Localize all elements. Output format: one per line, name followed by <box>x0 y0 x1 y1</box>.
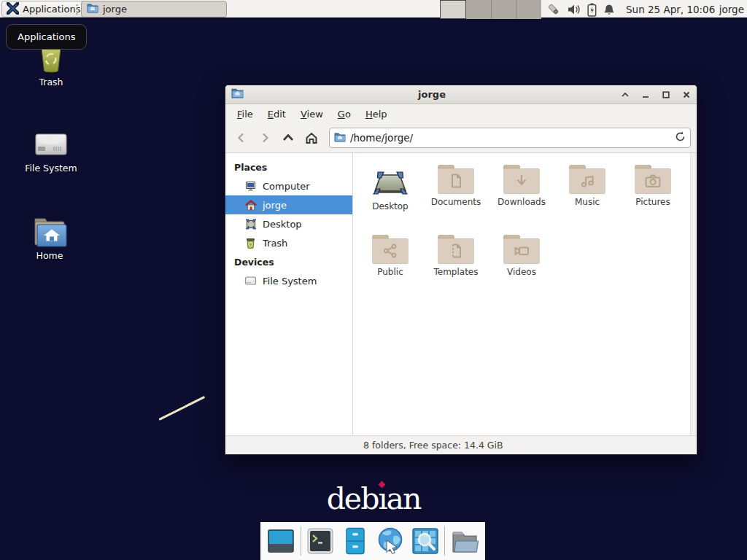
folder-label: Downloads <box>489 197 554 207</box>
taskbar-button-label: jorge <box>103 4 127 15</box>
sidebar-item-trash[interactable]: Trash <box>225 233 352 252</box>
window-icon <box>231 88 244 101</box>
menu-edit[interactable]: Edit <box>260 106 293 122</box>
dock-separator <box>444 526 445 556</box>
system-tray <box>546 0 615 19</box>
window-controls <box>620 90 691 99</box>
forward-button[interactable] <box>255 128 275 148</box>
debian-logo-text: an <box>387 481 421 516</box>
debian-logo: debıan <box>314 481 433 516</box>
hard-drive-icon <box>13 122 89 160</box>
trash-icon <box>244 237 257 249</box>
drive-icon <box>244 275 257 287</box>
folder-item-templates[interactable]: Templates <box>423 230 489 300</box>
desktop-icon-label: File System <box>13 163 89 174</box>
wallpaper-scratch-line <box>158 396 205 421</box>
show-desktop-icon <box>266 526 295 556</box>
folder-item-music[interactable]: Music <box>554 160 620 230</box>
vertical-scrollbar[interactable] <box>690 153 697 435</box>
folder-item-public[interactable]: Public <box>357 230 423 300</box>
home-folder-icon <box>12 210 88 248</box>
desktop: Applications jorge <box>0 0 747 560</box>
menu-help[interactable]: Help <box>358 106 395 122</box>
web-browser-icon <box>375 526 406 556</box>
path-input[interactable] <box>350 132 670 144</box>
menu-file[interactable]: File <box>230 106 260 122</box>
folder-label: Desktop <box>357 201 423 211</box>
sidebar-item-desktop[interactable]: Desktop <box>225 214 352 233</box>
debian-logo-text: deb <box>327 481 379 516</box>
desktop-icon <box>244 218 257 230</box>
maximize-button[interactable] <box>661 90 670 99</box>
terminal-launcher[interactable] <box>306 526 336 556</box>
app-finder-icon <box>411 526 440 556</box>
dock-separator <box>301 526 301 556</box>
back-button[interactable] <box>231 128 252 148</box>
directory-menu-button[interactable] <box>449 526 480 556</box>
shade-button[interactable] <box>620 90 630 99</box>
sidebar: Places Computer <box>225 153 353 435</box>
stylus-icon[interactable] <box>546 2 561 17</box>
window-content: Places Computer <box>225 153 697 435</box>
templates-folder-icon <box>438 235 474 264</box>
sidebar-item-computer[interactable]: Computer <box>225 176 352 195</box>
documents-folder-icon <box>438 165 474 194</box>
desktop-icon-home[interactable]: Home <box>12 210 88 261</box>
workspace-3[interactable] <box>492 0 517 19</box>
sidebar-item-label: Trash <box>263 238 287 249</box>
sidebar-item-label: Computer <box>263 181 310 192</box>
sidebar-item-label: File System <box>263 276 317 287</box>
toolbar <box>225 123 697 153</box>
applications-menu-label: Applications <box>23 4 80 15</box>
terminal-icon <box>306 526 335 556</box>
reload-icon[interactable] <box>675 131 686 145</box>
applications-menu-button[interactable]: Applications <box>1 1 87 18</box>
home-button[interactable] <box>301 128 322 148</box>
folder-icon <box>450 527 479 555</box>
xfce-applications-icon <box>7 2 19 17</box>
volume-icon[interactable] <box>568 4 581 15</box>
folder-item-desktop[interactable]: Desktop <box>357 160 423 230</box>
sidebar-item-jorge[interactable]: jorge <box>225 195 352 214</box>
desktop-special-icon <box>357 160 423 198</box>
panel-clock[interactable]: Sun 25 Apr, 10:06 <box>626 0 715 19</box>
taskbar-button-jorge[interactable]: jorge <box>81 1 227 18</box>
videos-folder-icon <box>503 235 540 264</box>
top-panel: Applications jorge <box>0 0 747 19</box>
sidebar-header-devices: Devices <box>225 252 352 271</box>
notifications-icon[interactable] <box>603 4 615 16</box>
web-browser-launcher[interactable] <box>375 526 406 556</box>
panel-drag-handle[interactable] <box>76 4 79 15</box>
file-manager-window: jorge File Edit View Go Help <box>225 85 697 455</box>
workspace-4[interactable] <box>516 0 541 19</box>
computer-icon <box>244 180 257 192</box>
up-button[interactable] <box>278 128 298 148</box>
battery-icon[interactable] <box>587 3 597 17</box>
menu-view[interactable]: View <box>293 106 330 122</box>
menu-go[interactable]: Go <box>330 106 358 122</box>
desktop-icon-file-system[interactable]: File System <box>13 122 89 174</box>
close-button[interactable] <box>681 90 691 99</box>
folder-label: Music <box>554 197 620 207</box>
dock-panel <box>260 522 485 560</box>
folder-item-downloads[interactable]: Downloads <box>489 160 554 230</box>
folder-label: Public <box>357 267 423 277</box>
folder-item-videos[interactable]: Videos <box>489 230 554 300</box>
location-bar <box>329 128 691 148</box>
titlebar[interactable]: jorge <box>225 85 697 104</box>
window-title: jorge <box>244 89 620 100</box>
minimize-button[interactable] <box>640 90 650 99</box>
folder-view[interactable]: Desktop Documents <box>353 153 690 435</box>
show-desktop-button[interactable] <box>266 526 296 556</box>
folder-item-documents[interactable]: Documents <box>423 160 489 230</box>
sidebar-item-file-system[interactable]: File System <box>225 271 352 290</box>
app-finder-launcher[interactable] <box>410 526 441 556</box>
workspace-switcher <box>440 0 541 19</box>
workspace-1[interactable] <box>440 0 466 19</box>
panel-username[interactable]: jorge <box>719 0 744 19</box>
folder-item-pictures[interactable]: Pictures <box>620 160 686 230</box>
status-text: 8 folders, Free space: 14.4 GiB <box>225 440 503 451</box>
folder-label: Templates <box>423 267 489 277</box>
file-manager-launcher[interactable] <box>340 526 371 556</box>
workspace-2[interactable] <box>466 0 492 19</box>
